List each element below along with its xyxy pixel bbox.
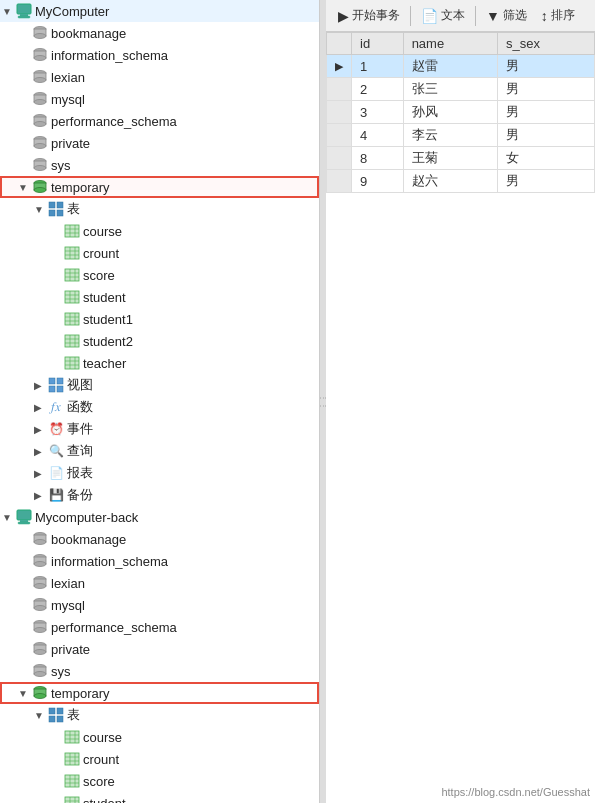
table-icon [64, 289, 80, 305]
sort-label: 排序 [551, 7, 575, 24]
svg-rect-98 [57, 708, 63, 714]
db-icon [32, 641, 48, 657]
db-icon [32, 531, 48, 547]
cell-s_sex: 男 [497, 101, 594, 124]
tree-item-temporary-1[interactable]: ▼ temporary [0, 176, 319, 198]
svg-point-17 [34, 122, 46, 127]
data-table-area[interactable]: id name s_sex ▶1赵雷男2张三男3孙风男4李云男8王菊女9赵六男 [326, 32, 595, 803]
col-header-name[interactable]: name [403, 33, 497, 55]
tree-item-queries-folder[interactable]: ▶ 🔍 查询 [0, 440, 319, 462]
tree-item-tables-folder-2[interactable]: ▼ 表 [0, 704, 319, 726]
tree-item-student2-1[interactable]: student2 [0, 330, 319, 352]
tree-item-mysql[interactable]: mysql [0, 88, 319, 110]
sort-button[interactable]: ↕ 排序 [535, 5, 581, 26]
tree-item-course-2[interactable]: course [0, 726, 319, 748]
tree-item-course-1[interactable]: course [0, 220, 319, 242]
tree-item-private-2[interactable]: private [0, 638, 319, 660]
tree-item-performance_schema[interactable]: performance_schema [0, 110, 319, 132]
cell-id: 3 [352, 101, 404, 124]
tree-item-label: crount [83, 752, 119, 767]
tree-item-tables-folder-1[interactable]: ▼ 表 [0, 198, 319, 220]
database-tree[interactable]: ▼ MyComputer bookmanage [0, 0, 320, 803]
tree-item-crount-2[interactable]: crount [0, 748, 319, 770]
svg-point-5 [34, 34, 46, 39]
cell-id: 8 [352, 147, 404, 170]
tree-item-label: 备份 [67, 486, 93, 504]
toolbar-sep-1 [410, 6, 411, 26]
table-row[interactable]: 4李云男 [327, 124, 595, 147]
tree-item-temporary-2[interactable]: ▼ temporary [0, 682, 319, 704]
svg-point-23 [34, 166, 46, 171]
db-green-icon [32, 685, 48, 701]
tree-item-score-2[interactable]: score [0, 770, 319, 792]
tree-item-label: 函数 [67, 398, 93, 416]
svg-point-78 [34, 562, 46, 567]
svg-rect-100 [57, 716, 63, 722]
tree-item-label: sys [51, 664, 71, 679]
begin-transaction-label: 开始事务 [352, 7, 400, 24]
svg-rect-30 [57, 210, 63, 216]
tree-root-mycomputer-label: MyComputer [35, 4, 109, 19]
db-icon [32, 157, 48, 173]
text-button[interactable]: 📄 文本 [415, 5, 471, 26]
table-icon [64, 311, 80, 327]
cell-name: 赵雷 [403, 55, 497, 78]
tree-item-score-1[interactable]: score [0, 264, 319, 286]
text-label: 文本 [441, 7, 465, 24]
tree-item-views-folder[interactable]: ▶ 视图 [0, 374, 319, 396]
table-row[interactable]: 3孙风男 [327, 101, 595, 124]
tree-item-performance_schema-2[interactable]: performance_schema [0, 616, 319, 638]
table-row[interactable]: 2张三男 [327, 78, 595, 101]
table-row[interactable]: ▶1赵雷男 [327, 55, 595, 78]
db-icon [32, 25, 48, 41]
table-icon [64, 267, 80, 283]
tree-item-sys-2[interactable]: sys [0, 660, 319, 682]
filter-button[interactable]: ▼ 筛选 [480, 5, 533, 26]
tree-root-mycomputer-back[interactable]: ▼ Mycomputer-back [0, 506, 319, 528]
cell-name: 王菊 [403, 147, 497, 170]
cell-s_sex: 男 [497, 55, 594, 78]
tree-item-events-folder[interactable]: ▶ ⏰ 事件 [0, 418, 319, 440]
tree-item-crount-1[interactable]: crount [0, 242, 319, 264]
tree-item-student1-1[interactable]: student1 [0, 308, 319, 330]
tree-item-mysql-2[interactable]: mysql [0, 594, 319, 616]
begin-transaction-button[interactable]: ▶ 开始事务 [332, 5, 406, 26]
table-row[interactable]: 9赵六男 [327, 170, 595, 193]
table-row[interactable]: 8王菊女 [327, 147, 595, 170]
tree-item-lexian-2[interactable]: lexian [0, 572, 319, 594]
svg-rect-31 [65, 225, 79, 237]
cell-name: 孙风 [403, 101, 497, 124]
svg-rect-28 [57, 202, 63, 208]
tree-item-private[interactable]: private [0, 132, 319, 154]
tree-item-backup-folder[interactable]: ▶ 💾 备份 [0, 484, 319, 506]
table-icon [64, 795, 80, 803]
db-icon [32, 597, 48, 613]
db-icon [32, 47, 48, 63]
tree-item-label: 视图 [67, 376, 93, 394]
tree-item-student-1[interactable]: student [0, 286, 319, 308]
tree-item-bookmanage[interactable]: bookmanage [0, 22, 319, 44]
tree-item-reports-folder[interactable]: ▶ 📄 报表 [0, 462, 319, 484]
tree-item-information_schema-2[interactable]: information_schema [0, 550, 319, 572]
tree-item-information_schema[interactable]: information_schema [0, 44, 319, 66]
tree-item-functions-folder[interactable]: ▶ 𝑓𝑥 函数 [0, 396, 319, 418]
tree-item-label: information_schema [51, 48, 168, 63]
tree-item-student-2[interactable]: student [0, 792, 319, 803]
tree-item-teacher-1[interactable]: teacher [0, 352, 319, 374]
tree-item-lexian[interactable]: lexian [0, 66, 319, 88]
db-icon [32, 113, 48, 129]
tree-item-bookmanage-2[interactable]: bookmanage [0, 528, 319, 550]
col-header-ssex[interactable]: s_sex [497, 33, 594, 55]
cell-id: 4 [352, 124, 404, 147]
filter-icon: ▼ [486, 8, 500, 24]
tree-root-mycomputer[interactable]: ▼ MyComputer [0, 0, 319, 22]
tree-root1-children: bookmanage information_schema [0, 22, 319, 506]
cell-s_sex: 男 [497, 124, 594, 147]
tree-item-label: 报表 [67, 464, 93, 482]
tree-item-sys[interactable]: sys [0, 154, 319, 176]
col-header-id[interactable]: id [352, 33, 404, 55]
svg-rect-70 [17, 510, 31, 520]
tree-item-label: temporary [51, 180, 110, 195]
tree-item-label: course [83, 730, 122, 745]
table-grid-icon [48, 201, 64, 217]
